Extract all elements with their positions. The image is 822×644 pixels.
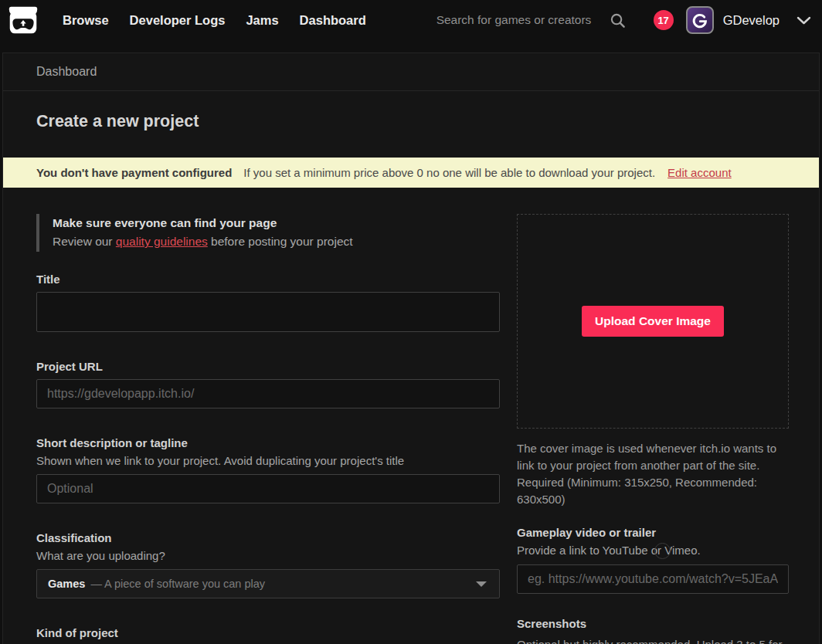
nav-search — [435, 12, 626, 29]
breadcrumb-dashboard[interactable]: Dashboard — [36, 65, 97, 79]
page-container: Dashboard Create a new project You don't… — [2, 53, 820, 644]
chevron-down-icon[interactable] — [797, 16, 811, 25]
page-title: Create a new project — [36, 112, 786, 131]
kind-of-project-label: Kind of project — [36, 626, 500, 639]
gameplay-video-label: Gameplay video or trailer — [517, 526, 789, 539]
nav-link-dashboard[interactable]: Dashboard — [300, 13, 366, 28]
kind-of-project-field: Kind of project — [36, 626, 500, 639]
form-right-column: Upload Cover Image The cover image is us… — [517, 214, 789, 644]
edit-account-link[interactable]: Edit account — [667, 166, 732, 179]
classification-field: Classification What are you uploading? G… — [36, 531, 500, 598]
project-url-label: Project URL — [36, 360, 500, 373]
tagline-hint: Shown when we link to your project. Avoi… — [36, 454, 500, 467]
tagline-input[interactable] — [36, 474, 500, 503]
cover-image-hint: The cover image is used whenever itch.io… — [517, 440, 789, 508]
callout-subtitle: Review our quality guidelines before pos… — [53, 235, 500, 249]
username-label[interactable]: GDevelop — [723, 13, 780, 28]
classification-label: Classification — [36, 531, 500, 544]
classification-select[interactable]: Games — A piece of software you can play — [36, 569, 500, 598]
gdevelop-g-icon — [691, 12, 708, 29]
breadcrumb-row: Dashboard — [3, 53, 819, 91]
gameplay-video-field — [517, 564, 789, 594]
classification-selected-value: Games — [48, 578, 85, 590]
title-field: Title — [36, 273, 500, 332]
title-input[interactable] — [36, 292, 500, 332]
search-icon[interactable] — [610, 12, 626, 29]
callout-pre-text: Review our — [53, 235, 116, 248]
gameplay-video-hint: Provide a link to YouTube or Vimeo. — [517, 544, 789, 557]
classification-selected-desc: — A piece of software you can play — [90, 578, 265, 590]
form-content: Make sure everyone can find your page Re… — [3, 188, 819, 644]
quality-callout: Make sure everyone can find your page Re… — [36, 214, 500, 252]
screenshots-hint: Optional but highly recommended. Upload … — [517, 636, 789, 644]
screenshots-field: Screenshots Optional but highly recommen… — [517, 617, 789, 644]
nav-link-jams[interactable]: Jams — [246, 13, 278, 28]
screenshots-label: Screenshots — [517, 617, 789, 630]
form-left-column: Make sure everyone can find your page Re… — [36, 214, 500, 644]
project-url-input[interactable] — [36, 379, 500, 408]
nav-link-browse[interactable]: Browse — [63, 13, 109, 28]
upload-cover-image-button[interactable]: Upload Cover Image — [582, 306, 724, 337]
page-header: Create a new project — [3, 91, 819, 158]
tagline-label: Short description or tagline — [36, 436, 500, 449]
banner-message: If you set a minimum price above 0 no on… — [243, 166, 655, 179]
cover-image-dropzone[interactable]: Upload Cover Image — [517, 214, 789, 429]
title-label: Title — [36, 273, 500, 286]
payment-warning-banner: You don't have payment configured If you… — [3, 158, 819, 188]
quality-guidelines-link[interactable]: quality guidelines — [116, 235, 208, 248]
tagline-field: Short description or tagline Shown when … — [36, 436, 500, 503]
callout-title: Make sure everyone can find your page — [53, 216, 500, 230]
avatar[interactable] — [686, 6, 714, 34]
top-nav: Browse Developer Logs Jams Dashboard 17 … — [0, 0, 822, 40]
notification-badge[interactable]: 17 — [654, 10, 674, 30]
gameplay-video-input[interactable] — [517, 564, 789, 594]
banner-bold-text: You don't have payment configured — [36, 166, 232, 179]
project-url-field: Project URL — [36, 360, 500, 408]
classification-hint: What are you uploading? — [36, 549, 500, 562]
search-input[interactable] — [435, 12, 603, 28]
caret-down-icon — [476, 581, 487, 587]
callout-post-text: before posting your project — [208, 235, 353, 248]
gameplay-video-hint-text: Provide a link to YouTube or Vimeo. — [517, 544, 701, 557]
itch-io-logo-icon[interactable] — [6, 5, 40, 36]
nav-link-developer-logs[interactable]: Developer Logs — [130, 13, 226, 28]
